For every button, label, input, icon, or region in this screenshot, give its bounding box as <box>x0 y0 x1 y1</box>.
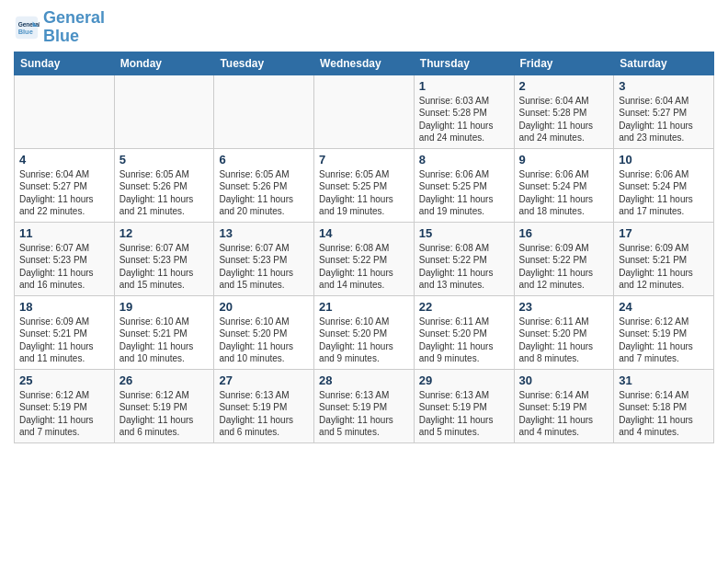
day-of-week-header: Monday <box>114 52 214 75</box>
day-number: 20 <box>219 300 309 314</box>
day-number: 19 <box>119 300 210 314</box>
day-number: 22 <box>419 300 509 314</box>
day-of-week-header: Sunday <box>15 52 115 75</box>
logo: General Blue GeneralBlue <box>14 9 105 46</box>
day-info: Sunrise: 6:11 AM Sunset: 5:20 PM Dayligh… <box>519 316 609 365</box>
day-number: 11 <box>19 226 109 240</box>
day-info: Sunrise: 6:07 AM Sunset: 5:23 PM Dayligh… <box>219 242 309 292</box>
day-info: Sunrise: 6:07 AM Sunset: 5:23 PM Dayligh… <box>19 242 109 292</box>
day-info: Sunrise: 6:14 AM Sunset: 5:18 PM Dayligh… <box>619 389 709 439</box>
day-info: Sunrise: 6:11 AM Sunset: 5:20 PM Dayligh… <box>419 316 509 365</box>
day-info: Sunrise: 6:14 AM Sunset: 5:19 PM Dayligh… <box>519 389 609 439</box>
calendar-cell: 3Sunrise: 6:04 AM Sunset: 5:27 PM Daylig… <box>614 75 714 148</box>
day-of-week-header: Tuesday <box>214 52 314 75</box>
calendar-cell: 9Sunrise: 6:06 AM Sunset: 5:24 PM Daylig… <box>514 148 614 222</box>
calendar-cell <box>214 75 314 148</box>
calendar-cell: 17Sunrise: 6:09 AM Sunset: 5:21 PM Dayli… <box>614 222 714 295</box>
calendar-cell: 24Sunrise: 6:12 AM Sunset: 5:19 PM Dayli… <box>614 295 714 369</box>
calendar-cell: 29Sunrise: 6:13 AM Sunset: 5:19 PM Dayli… <box>414 369 514 442</box>
day-of-week-row: SundayMondayTuesdayWednesdayThursdayFrid… <box>15 52 714 75</box>
calendar-header: SundayMondayTuesdayWednesdayThursdayFrid… <box>15 52 714 75</box>
day-info: Sunrise: 6:04 AM Sunset: 5:27 PM Dayligh… <box>619 95 709 144</box>
day-number: 31 <box>619 373 709 387</box>
calendar-cell: 1Sunrise: 6:03 AM Sunset: 5:28 PM Daylig… <box>414 75 514 148</box>
day-info: Sunrise: 6:08 AM Sunset: 5:22 PM Dayligh… <box>319 242 409 292</box>
day-info: Sunrise: 6:12 AM Sunset: 5:19 PM Dayligh… <box>119 389 210 439</box>
calendar-cell: 26Sunrise: 6:12 AM Sunset: 5:19 PM Dayli… <box>114 369 214 442</box>
calendar-cell: 7Sunrise: 6:05 AM Sunset: 5:25 PM Daylig… <box>314 148 415 222</box>
day-info: Sunrise: 6:09 AM Sunset: 5:21 PM Dayligh… <box>19 316 109 365</box>
day-of-week-header: Thursday <box>414 52 514 75</box>
day-of-week-header: Wednesday <box>314 52 415 75</box>
calendar-cell: 5Sunrise: 6:05 AM Sunset: 5:26 PM Daylig… <box>114 148 214 222</box>
calendar-cell: 25Sunrise: 6:12 AM Sunset: 5:19 PM Dayli… <box>15 369 115 442</box>
day-number: 14 <box>319 226 409 240</box>
calendar-cell: 19Sunrise: 6:10 AM Sunset: 5:21 PM Dayli… <box>114 295 214 369</box>
day-number: 9 <box>519 153 609 167</box>
calendar-week-row: 11Sunrise: 6:07 AM Sunset: 5:23 PM Dayli… <box>15 222 714 295</box>
day-number: 27 <box>219 373 309 387</box>
day-of-week-header: Saturday <box>614 52 714 75</box>
calendar-cell: 20Sunrise: 6:10 AM Sunset: 5:20 PM Dayli… <box>214 295 314 369</box>
day-number: 30 <box>519 373 609 387</box>
day-info: Sunrise: 6:13 AM Sunset: 5:19 PM Dayligh… <box>419 389 509 439</box>
day-number: 17 <box>619 226 709 240</box>
day-info: Sunrise: 6:05 AM Sunset: 5:26 PM Dayligh… <box>119 168 210 218</box>
calendar-cell: 4Sunrise: 6:04 AM Sunset: 5:27 PM Daylig… <box>15 148 115 222</box>
day-number: 15 <box>419 226 509 240</box>
day-number: 28 <box>319 373 409 387</box>
day-of-week-header: Friday <box>514 52 614 75</box>
day-info: Sunrise: 6:08 AM Sunset: 5:22 PM Dayligh… <box>419 242 509 292</box>
svg-text:Blue: Blue <box>18 28 33 36</box>
day-info: Sunrise: 6:09 AM Sunset: 5:21 PM Dayligh… <box>619 242 709 292</box>
header: General Blue GeneralBlue <box>14 9 714 46</box>
calendar-cell: 2Sunrise: 6:04 AM Sunset: 5:28 PM Daylig… <box>514 75 614 148</box>
day-number: 23 <box>519 300 609 314</box>
calendar-cell: 6Sunrise: 6:05 AM Sunset: 5:26 PM Daylig… <box>214 148 314 222</box>
day-number: 1 <box>419 79 509 93</box>
day-number: 29 <box>419 373 509 387</box>
day-number: 16 <box>519 226 609 240</box>
day-info: Sunrise: 6:05 AM Sunset: 5:25 PM Dayligh… <box>319 168 409 218</box>
calendar-cell: 8Sunrise: 6:06 AM Sunset: 5:25 PM Daylig… <box>414 148 514 222</box>
calendar-week-row: 18Sunrise: 6:09 AM Sunset: 5:21 PM Dayli… <box>15 295 714 369</box>
day-number: 6 <box>219 153 309 167</box>
day-number: 10 <box>619 153 709 167</box>
day-info: Sunrise: 6:12 AM Sunset: 5:19 PM Dayligh… <box>19 389 109 439</box>
day-info: Sunrise: 6:10 AM Sunset: 5:20 PM Dayligh… <box>319 316 409 365</box>
day-number: 13 <box>219 226 309 240</box>
calendar-cell: 15Sunrise: 6:08 AM Sunset: 5:22 PM Dayli… <box>414 222 514 295</box>
calendar-cell: 23Sunrise: 6:11 AM Sunset: 5:20 PM Dayli… <box>514 295 614 369</box>
calendar-cell: 13Sunrise: 6:07 AM Sunset: 5:23 PM Dayli… <box>214 222 314 295</box>
calendar-cell: 11Sunrise: 6:07 AM Sunset: 5:23 PM Dayli… <box>15 222 115 295</box>
calendar-cell: 14Sunrise: 6:08 AM Sunset: 5:22 PM Dayli… <box>314 222 415 295</box>
day-number: 26 <box>119 373 210 387</box>
calendar-cell <box>114 75 214 148</box>
day-number: 18 <box>19 300 109 314</box>
calendar-cell <box>314 75 415 148</box>
day-info: Sunrise: 6:05 AM Sunset: 5:26 PM Dayligh… <box>219 168 309 218</box>
day-info: Sunrise: 6:06 AM Sunset: 5:24 PM Dayligh… <box>519 168 609 218</box>
day-info: Sunrise: 6:09 AM Sunset: 5:22 PM Dayligh… <box>519 242 609 292</box>
calendar-cell: 28Sunrise: 6:13 AM Sunset: 5:19 PM Dayli… <box>314 369 415 442</box>
day-number: 7 <box>319 153 409 167</box>
logo-icon: General Blue <box>14 15 40 40</box>
logo-text: GeneralBlue <box>43 9 105 46</box>
day-info: Sunrise: 6:06 AM Sunset: 5:24 PM Dayligh… <box>619 168 709 218</box>
day-number: 12 <box>119 226 210 240</box>
day-number: 24 <box>619 300 709 314</box>
day-info: Sunrise: 6:12 AM Sunset: 5:19 PM Dayligh… <box>619 316 709 365</box>
calendar-cell: 10Sunrise: 6:06 AM Sunset: 5:24 PM Dayli… <box>614 148 714 222</box>
day-number: 8 <box>419 153 509 167</box>
day-info: Sunrise: 6:10 AM Sunset: 5:20 PM Dayligh… <box>219 316 309 365</box>
calendar-week-row: 4Sunrise: 6:04 AM Sunset: 5:27 PM Daylig… <box>15 148 714 222</box>
calendar-cell: 21Sunrise: 6:10 AM Sunset: 5:20 PM Dayli… <box>314 295 415 369</box>
calendar-cell: 22Sunrise: 6:11 AM Sunset: 5:20 PM Dayli… <box>414 295 514 369</box>
day-info: Sunrise: 6:13 AM Sunset: 5:19 PM Dayligh… <box>219 389 309 439</box>
calendar-table: SundayMondayTuesdayWednesdayThursdayFrid… <box>14 52 714 443</box>
day-info: Sunrise: 6:04 AM Sunset: 5:27 PM Dayligh… <box>19 168 109 218</box>
calendar-cell: 31Sunrise: 6:14 AM Sunset: 5:18 PM Dayli… <box>614 369 714 442</box>
calendar-cell: 27Sunrise: 6:13 AM Sunset: 5:19 PM Dayli… <box>214 369 314 442</box>
day-number: 25 <box>19 373 109 387</box>
calendar-cell: 30Sunrise: 6:14 AM Sunset: 5:19 PM Dayli… <box>514 369 614 442</box>
